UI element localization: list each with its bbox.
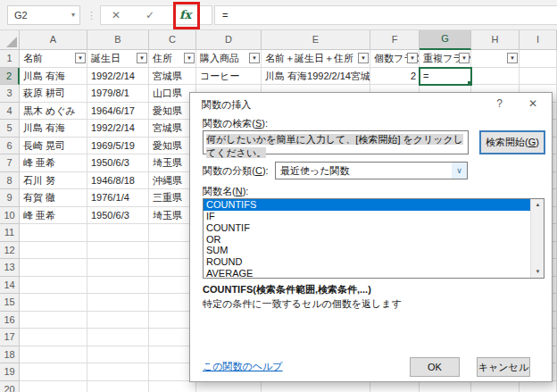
cell-A10[interactable]: 峰 亜希 <box>20 207 87 225</box>
function-help-link[interactable]: この関数のヘルプ <box>203 360 283 373</box>
column-header-a[interactable]: A <box>20 30 87 50</box>
cell-B2[interactable]: 1992/2/14 <box>87 68 149 86</box>
ok-button[interactable]: OK <box>410 357 460 377</box>
cell-B16[interactable] <box>87 312 149 329</box>
cell-B8[interactable]: 1946/8/18 <box>87 172 149 190</box>
enter-entry-icon[interactable]: ✓ <box>145 6 154 24</box>
filter-dropdown-icon[interactable]: ▼ <box>137 53 147 63</box>
search-start-button[interactable]: 検索開始(G) <box>479 130 545 154</box>
cell-C20[interactable] <box>149 381 196 392</box>
dialog-help-icon[interactable]: ? <box>496 97 503 110</box>
cell-A17[interactable] <box>20 329 87 346</box>
cell-G2[interactable]: = <box>420 68 471 86</box>
row-header-13[interactable]: 13 <box>0 259 20 277</box>
cell-A2[interactable]: 川島 有海 <box>20 68 87 86</box>
column-header-i[interactable]: I <box>520 30 557 50</box>
function-list-item-if[interactable]: IF <box>204 211 544 222</box>
scroll-down-icon[interactable]: ▼ <box>531 266 545 278</box>
filter-dropdown-icon[interactable]: ▼ <box>459 53 470 63</box>
cell-A18[interactable] <box>20 346 87 364</box>
cell-B12[interactable] <box>87 242 149 260</box>
name-box-dropdown-icon[interactable]: ▾ <box>71 6 75 24</box>
cell-I20[interactable] <box>520 381 557 392</box>
filter-dropdown-icon[interactable]: ▼ <box>507 53 518 63</box>
row-header-11[interactable]: 11 <box>0 224 20 242</box>
cancel-button[interactable]: キャンセル <box>477 357 530 377</box>
row-header-16[interactable]: 16 <box>0 312 20 329</box>
cell-B1[interactable]: 誕生日▼ <box>87 50 149 68</box>
cell-B3[interactable]: 1979/8/1 <box>87 85 149 103</box>
cell-I2[interactable] <box>520 68 557 86</box>
cell-B20[interactable] <box>87 381 149 392</box>
select-all-corner[interactable] <box>0 30 20 50</box>
cell-H1[interactable]: ▼ <box>471 50 520 68</box>
column-header-h[interactable]: H <box>471 30 520 50</box>
cell-B15[interactable] <box>87 294 149 312</box>
cell-A19[interactable] <box>20 363 87 381</box>
cell-B6[interactable]: 1969/5/19 <box>87 138 149 155</box>
cell-D1[interactable]: 購入商品▼ <box>196 50 262 68</box>
row-header-4[interactable]: 4 <box>0 103 20 121</box>
cell-D20[interactable] <box>196 381 262 392</box>
cell-B14[interactable] <box>87 277 149 295</box>
function-list-item-countif[interactable]: COUNTIF <box>204 222 544 234</box>
cell-A5[interactable]: 川島 有海 <box>20 120 87 138</box>
cell-F1[interactable]: 個数フラグ▼ <box>370 50 420 68</box>
function-category-select[interactable]: 最近使った関数 ∨ <box>275 162 468 179</box>
cell-D2[interactable]: コーヒー <box>196 68 262 86</box>
cell-A11[interactable] <box>20 224 87 242</box>
cancel-entry-icon[interactable]: ✕ <box>112 6 121 24</box>
cell-A12[interactable] <box>20 242 87 260</box>
column-header-d[interactable]: D <box>196 30 262 50</box>
insert-function-icon[interactable]: fx <box>179 6 191 24</box>
dialog-close-icon[interactable]: ✕ <box>528 97 537 110</box>
row-header-12[interactable]: 12 <box>0 242 20 260</box>
cell-B13[interactable] <box>87 259 149 277</box>
function-search-input[interactable]: 何がしたいかを簡単に入力して、[検索開始] をクリックしてください。 <box>203 130 469 154</box>
row-header-17[interactable]: 17 <box>0 329 20 346</box>
cell-A1[interactable]: 名前▼ <box>20 50 87 68</box>
column-header-b[interactable]: B <box>87 30 149 50</box>
cell-A7[interactable]: 峰 亜希 <box>20 154 87 172</box>
filter-dropdown-icon[interactable]: ▼ <box>75 53 86 63</box>
filter-dropdown-icon[interactable]: ▼ <box>249 53 260 63</box>
row-header-14[interactable]: 14 <box>0 277 20 295</box>
row-header-7[interactable]: 7 <box>0 154 20 172</box>
cell-B17[interactable] <box>87 329 149 346</box>
filter-dropdown-icon[interactable]: ▼ <box>184 53 195 63</box>
column-header-e[interactable]: E <box>262 30 370 50</box>
function-list-item-countifs[interactable]: COUNTIFS <box>204 199 544 211</box>
combo-dropdown-icon[interactable]: ∨ <box>452 163 467 179</box>
filter-dropdown-icon[interactable]: ▼ <box>358 53 369 63</box>
cell-C2[interactable]: 宮城県 <box>149 68 196 86</box>
cell-A3[interactable]: 萩原 耕司 <box>20 85 87 103</box>
row-header-1[interactable]: 1 <box>0 50 20 68</box>
filter-dropdown-icon[interactable]: ▼ <box>407 53 418 63</box>
cell-E20[interactable] <box>262 381 370 392</box>
name-box[interactable]: G2 ▾ <box>7 5 80 25</box>
function-list-item-or[interactable]: OR <box>204 234 544 246</box>
cell-A14[interactable] <box>20 277 87 295</box>
cell-A16[interactable] <box>20 312 87 329</box>
column-header-g[interactable]: G <box>420 30 471 50</box>
cell-H2[interactable] <box>471 68 520 86</box>
cell-B10[interactable]: 1950/6/3 <box>87 207 149 225</box>
function-list-item-average[interactable]: AVERAGE <box>204 268 544 279</box>
cell-A9[interactable]: 有賀 徹 <box>20 189 87 207</box>
function-list-item-round[interactable]: ROUND <box>204 256 544 268</box>
cell-B7[interactable]: 1950/6/3 <box>87 154 149 172</box>
cell-G20[interactable] <box>420 381 471 392</box>
cell-B11[interactable] <box>87 224 149 242</box>
formula-input[interactable]: = <box>214 5 557 25</box>
row-header-18[interactable]: 18 <box>0 346 20 364</box>
listbox-scrollbar[interactable]: ▲ ▼ <box>530 199 544 278</box>
row-header-8[interactable]: 8 <box>0 172 20 190</box>
cell-A15[interactable] <box>20 294 87 312</box>
cell-C1[interactable]: 住所▼ <box>149 50 196 68</box>
cell-A20[interactable] <box>20 381 87 392</box>
row-header-9[interactable]: 9 <box>0 189 20 207</box>
cell-B5[interactable]: 1992/2/14 <box>87 120 149 138</box>
row-header-2[interactable]: 2 <box>0 68 20 86</box>
row-header-5[interactable]: 5 <box>0 120 20 138</box>
cell-B9[interactable]: 1976/1/4 <box>87 189 149 207</box>
